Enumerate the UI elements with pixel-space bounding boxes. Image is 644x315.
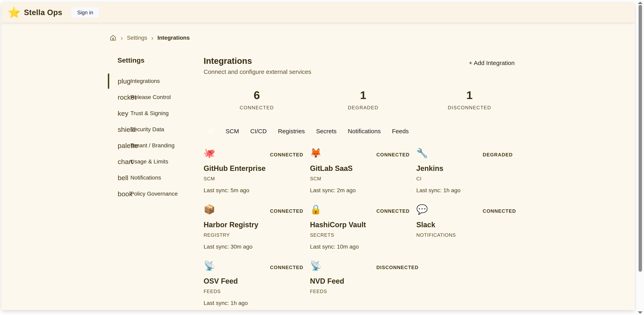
breadcrumb-settings[interactable]: Settings bbox=[127, 35, 147, 41]
tab-all[interactable]: All bbox=[208, 128, 214, 135]
integration-name: Jenkins bbox=[416, 164, 523, 173]
sidebar-item-tenant-branding[interactable]: palette Tenant / Branding bbox=[108, 137, 196, 154]
sidebar-heading: Settings bbox=[118, 56, 196, 64]
integration-name: HashiCorp Vault bbox=[310, 221, 416, 229]
sidebar-item-label: Integrations bbox=[130, 73, 160, 89]
home-icon[interactable] bbox=[110, 34, 117, 42]
tab-secrets[interactable]: Secrets bbox=[316, 128, 336, 135]
add-integration-button[interactable]: + Add Integration bbox=[469, 60, 515, 66]
status-badge: CONNECTED bbox=[270, 208, 304, 214]
breadcrumb: › Settings › Integrations bbox=[110, 34, 635, 42]
integration-category: SECRETS bbox=[310, 232, 416, 238]
integration-cards-grid: 🐙 CONNECTED GitHub Enterprise SCM Last s… bbox=[204, 148, 523, 308]
top-bar: ⭐ Stella Ops Sign in bbox=[2, 3, 635, 23]
status-summary: 6 CONNECTED 1 DEGRADED 1 DISCONNECTED bbox=[204, 89, 523, 111]
breadcrumb-separator: › bbox=[151, 35, 154, 41]
stat-connected: 6 CONNECTED bbox=[204, 89, 310, 111]
scroll-up-arrow-icon[interactable] bbox=[638, 2, 642, 4]
tab-notifications[interactable]: Notifications bbox=[348, 128, 381, 135]
stat-value: 6 bbox=[204, 89, 310, 102]
integration-card-hashicorp-vault[interactable]: 🔒 CONNECTED HashiCorp Vault SECRETS Last… bbox=[310, 204, 416, 252]
plug-icon: plug bbox=[118, 73, 130, 89]
category-tabs: All SCM CI/CD Registries Secrets Notific… bbox=[204, 128, 523, 135]
sidebar-item-trust-signing[interactable]: key Trust & Signing bbox=[108, 105, 196, 121]
sidebar-item-integrations[interactable]: plug Integrations bbox=[108, 73, 196, 89]
status-badge: CONNECTED bbox=[270, 265, 304, 270]
vertical-scrollbar[interactable] bbox=[636, 0, 644, 315]
tab-registries[interactable]: Registries bbox=[278, 128, 305, 135]
sidebar-item-label: Security Data bbox=[130, 121, 164, 137]
integration-name: GitLab SaaS bbox=[310, 164, 416, 173]
page-subtitle: Connect and configure external services bbox=[204, 69, 311, 75]
integration-category: FEEDS bbox=[310, 289, 416, 294]
tab-scm[interactable]: SCM bbox=[226, 128, 239, 135]
breadcrumb-separator: › bbox=[121, 35, 123, 41]
breadcrumb-integrations: Integrations bbox=[157, 35, 190, 41]
sidebar-item-label: Usage & Limits bbox=[130, 154, 168, 170]
status-badge: CONNECTED bbox=[483, 208, 516, 214]
integration-category: SCM bbox=[204, 176, 310, 182]
integration-card-gitlab-saas[interactable]: 🦊 CONNECTED GitLab SaaS SCM Last sync: 2… bbox=[310, 148, 416, 195]
scrollbar-thumb[interactable] bbox=[638, 5, 642, 272]
stat-label: CONNECTED bbox=[204, 105, 310, 111]
stella-ops-logo-icon: ⭐ bbox=[8, 7, 21, 18]
integration-category: REGISTRY bbox=[204, 232, 310, 238]
active-indicator bbox=[108, 74, 109, 89]
integration-category: NOTIFICATIONS bbox=[416, 232, 523, 238]
sidebar-item-label: Trust & Signing bbox=[130, 105, 168, 121]
key-icon: key bbox=[118, 105, 128, 121]
integration-card-osv-feed[interactable]: 📡 CONNECTED OSV Feed FEEDS Last sync: 1h… bbox=[204, 260, 310, 308]
status-badge: CONNECTED bbox=[376, 208, 410, 214]
sidebar-item-notifications[interactable]: bell Notifications bbox=[108, 170, 196, 186]
brand-title: Stella Ops bbox=[24, 8, 62, 17]
last-sync-text: Last sync: 30m ago bbox=[204, 243, 310, 250]
integration-card-slack[interactable]: 💬 CONNECTED Slack NOTIFICATIONS bbox=[416, 204, 523, 252]
integration-category: FEEDS bbox=[204, 289, 310, 294]
sidebar-item-label: Notifications bbox=[130, 170, 161, 186]
tab-cicd[interactable]: CI/CD bbox=[250, 128, 267, 135]
integrations-panel: Integrations Connect and configure exter… bbox=[204, 56, 523, 308]
sign-in-button[interactable]: Sign in bbox=[71, 7, 100, 18]
last-sync-text: Last sync: 10m ago bbox=[310, 243, 416, 250]
stat-degraded: 1 DEGRADED bbox=[310, 89, 416, 111]
stat-value: 1 bbox=[310, 89, 416, 102]
sidebar-item-release-control[interactable]: rocket Release Control bbox=[108, 89, 196, 105]
sidebar-item-security-data[interactable]: shield Security Data bbox=[108, 121, 196, 137]
sidebar-item-policy-governance[interactable]: book Policy Governance bbox=[108, 186, 196, 202]
integration-card-github-enterprise[interactable]: 🐙 CONNECTED GitHub Enterprise SCM Last s… bbox=[204, 148, 310, 195]
app-window: ⭐ Stella Ops Sign in › Settings › Integr… bbox=[2, 3, 635, 310]
integration-name: OSV Feed bbox=[204, 277, 310, 285]
last-sync-text: Last sync: 2m ago bbox=[310, 187, 416, 194]
last-sync-text: Last sync: 1h ago bbox=[416, 187, 523, 194]
stat-label: DISCONNECTED bbox=[416, 105, 523, 111]
status-badge: CONNECTED bbox=[376, 152, 410, 158]
stat-disconnected: 1 DISCONNECTED bbox=[416, 89, 523, 111]
integration-name: NVD Feed bbox=[310, 277, 416, 285]
sidebar-item-usage-limits[interactable]: chart Usage & Limits bbox=[108, 154, 196, 170]
tab-feeds[interactable]: Feeds bbox=[392, 128, 408, 135]
status-badge: DISCONNECTED bbox=[376, 265, 419, 270]
last-sync-text: Last sync: 1h ago bbox=[204, 300, 310, 306]
scroll-down-arrow-icon[interactable] bbox=[638, 311, 642, 314]
page-title: Integrations bbox=[204, 56, 311, 66]
integration-card-jenkins[interactable]: 🔧 DEGRADED Jenkins CI Last sync: 1h ago bbox=[416, 148, 523, 195]
integration-category: CI bbox=[416, 176, 523, 182]
bell-icon: bell bbox=[118, 170, 128, 186]
integration-name: Harbor Registry bbox=[204, 221, 310, 229]
integration-card-harbor-registry[interactable]: 📦 CONNECTED Harbor Registry REGISTRY Las… bbox=[204, 204, 310, 252]
status-badge: CONNECTED bbox=[270, 152, 304, 158]
integration-name: Slack bbox=[416, 221, 523, 229]
stat-value: 1 bbox=[416, 89, 523, 102]
sidebar-item-label: Release Control bbox=[130, 89, 171, 105]
settings-sidebar: Settings plug Integrations rocket Releas… bbox=[108, 56, 196, 308]
integration-category: SCM bbox=[310, 176, 416, 182]
integration-name: GitHub Enterprise bbox=[204, 164, 310, 173]
content-area: › Settings › Integrations Settings plug … bbox=[2, 23, 635, 310]
sidebar-nav: plug Integrations rocket Release Control… bbox=[108, 73, 196, 202]
sidebar-item-label: Tenant / Branding bbox=[130, 137, 175, 154]
status-badge: DEGRADED bbox=[483, 152, 512, 158]
integration-card-nvd-feed[interactable]: 📡 DISCONNECTED NVD Feed FEEDS bbox=[310, 260, 416, 308]
sidebar-item-label: Policy Governance bbox=[130, 186, 178, 202]
last-sync-text: Last sync: 5m ago bbox=[204, 187, 310, 194]
stat-label: DEGRADED bbox=[310, 105, 416, 111]
